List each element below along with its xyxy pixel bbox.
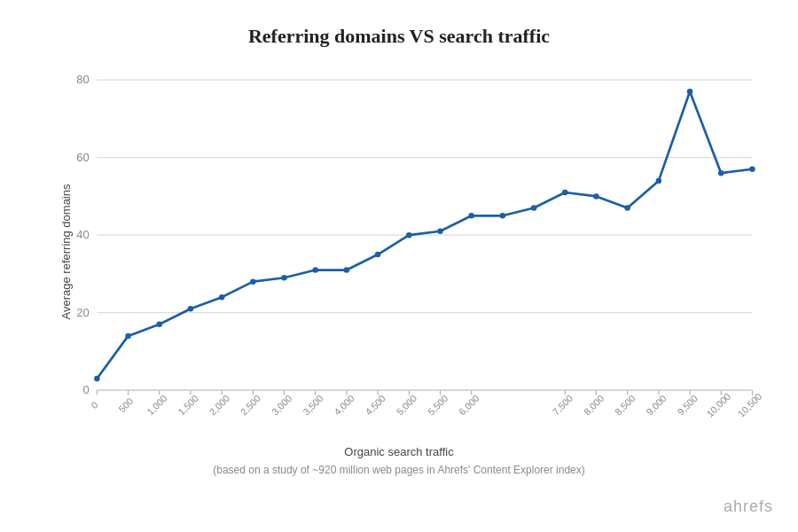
- svg-text:10,000: 10,000: [704, 391, 732, 419]
- y-axis-label: Average referring domains: [59, 184, 73, 320]
- svg-text:4,500: 4,500: [363, 393, 387, 418]
- svg-text:1,500: 1,500: [176, 393, 200, 418]
- svg-point-69: [656, 178, 661, 184]
- svg-point-57: [281, 275, 286, 280]
- svg-text:6,000: 6,000: [457, 393, 481, 418]
- svg-text:0: 0: [83, 383, 90, 396]
- svg-text:2,500: 2,500: [239, 393, 263, 418]
- svg-text:8,000: 8,000: [582, 393, 606, 418]
- svg-text:4,000: 4,000: [332, 393, 356, 418]
- svg-point-61: [406, 232, 411, 238]
- svg-point-62: [437, 229, 442, 234]
- svg-text:3,500: 3,500: [301, 393, 325, 418]
- svg-text:80: 80: [76, 73, 89, 86]
- svg-point-60: [375, 252, 380, 257]
- svg-text:5,500: 5,500: [426, 393, 450, 418]
- svg-point-64: [500, 213, 505, 218]
- svg-text:60: 60: [76, 151, 89, 164]
- svg-point-68: [624, 205, 630, 210]
- svg-text:20: 20: [76, 306, 89, 319]
- svg-text:9,000: 9,000: [644, 393, 669, 418]
- svg-point-51: [94, 376, 99, 381]
- svg-point-65: [531, 205, 536, 210]
- svg-text:3,000: 3,000: [270, 393, 294, 418]
- ahrefs-logo: ahrefs: [724, 497, 773, 516]
- footnote: (based on a study of ~920 million web pa…: [27, 464, 771, 476]
- chart-title: Referring domains VS search traffic: [248, 25, 550, 48]
- chart-svg: 02040608005001,0001,5002,0002,5003,0003,…: [44, 66, 771, 438]
- svg-point-56: [250, 278, 255, 284]
- svg-point-53: [156, 322, 161, 327]
- svg-text:7,500: 7,500: [551, 393, 575, 418]
- svg-text:9,500: 9,500: [675, 393, 700, 418]
- svg-point-59: [344, 267, 349, 272]
- svg-point-71: [718, 170, 724, 176]
- svg-point-67: [593, 193, 598, 199]
- svg-text:40: 40: [76, 228, 89, 241]
- svg-point-54: [188, 306, 193, 311]
- svg-text:2,000: 2,000: [207, 393, 232, 418]
- svg-text:1,000: 1,000: [145, 393, 169, 418]
- svg-text:8,500: 8,500: [613, 393, 638, 418]
- svg-text:500: 500: [116, 395, 135, 414]
- x-axis-label: Organic search traffic: [27, 445, 771, 458]
- svg-point-63: [468, 213, 473, 218]
- svg-text:10,500: 10,500: [736, 391, 764, 419]
- svg-point-58: [312, 267, 317, 272]
- svg-point-72: [749, 167, 755, 172]
- svg-point-70: [687, 89, 692, 94]
- svg-text:0: 0: [89, 399, 100, 411]
- page-container: Referring domains VS search traffic Aver…: [0, 0, 798, 532]
- svg-point-55: [219, 294, 224, 300]
- svg-point-52: [125, 333, 130, 339]
- svg-point-66: [562, 190, 567, 195]
- chart-area: Average referring domains 02040608005001…: [44, 66, 771, 438]
- svg-text:5,000: 5,000: [395, 393, 419, 418]
